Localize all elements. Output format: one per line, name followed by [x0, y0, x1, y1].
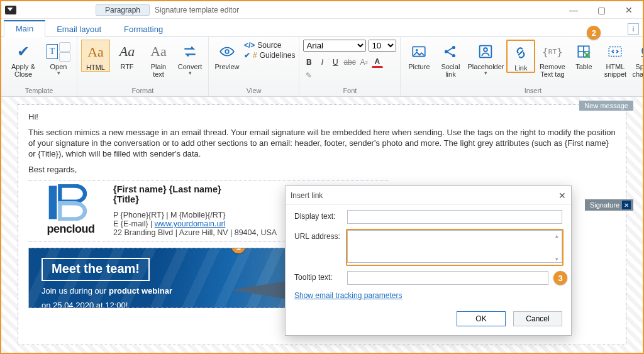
brand-name: pencloud [28, 223, 113, 236]
display-text-label: Display text: [294, 210, 347, 221]
share-icon [436, 41, 465, 62]
banner-headline: Meet the team! [42, 258, 150, 281]
message-body: Hi! This section mimics a new message in… [28, 111, 616, 175]
group-view: Preview </>Source ✔#Guidelines View [209, 37, 299, 96]
cancel-button[interactable]: Cancel [513, 311, 562, 326]
window-controls: — ▢ ✕ [560, 1, 643, 19]
minimize-button[interactable]: — [560, 1, 587, 19]
convert-icon [175, 41, 204, 62]
logo-icon [47, 184, 96, 221]
placeholder-button[interactable]: Placeholder ▾ [467, 40, 504, 76]
strike-button[interactable]: abc [343, 57, 356, 68]
editor-canvas: New message Signature✕ Hi! This section … [1, 97, 643, 353]
dialog-title: Insert link [291, 191, 323, 200]
sig-domain-link[interactable]: www.yourdomain.url [155, 219, 226, 228]
preview-button[interactable]: Preview [213, 40, 242, 70]
tooltip-text-label: Tooltip text: [294, 271, 347, 282]
group-format: Aa HTML Aa RTF Aa Plain text Convert ▾ [77, 37, 209, 96]
display-text-input[interactable] [347, 210, 562, 224]
ribbon: ✔ Apply & Close T Open ▾ Template Aa [1, 36, 643, 97]
chevron-down-icon: ▾ [44, 70, 73, 76]
chevron-down-icon: ▾ [175, 70, 204, 76]
aa-icon: Aa [150, 43, 167, 60]
paragraph-context-badge: Paragraph [96, 4, 150, 16]
callout-3: 3 [553, 271, 567, 285]
html-snippet-button[interactable]: HTML snippet [601, 40, 630, 78]
close-icon[interactable]: ✕ [622, 201, 631, 209]
tag-new-message[interactable]: New message [579, 101, 633, 111]
close-button[interactable]: ✕ [615, 1, 643, 19]
placeholder-icon [467, 41, 504, 62]
ribbon-tabs: Main Email layout Formatting i [1, 19, 643, 36]
svg-point-2 [416, 49, 418, 51]
picture-icon [404, 41, 433, 62]
subscript-button[interactable]: A2 [358, 57, 370, 68]
svg-point-7 [484, 48, 488, 52]
social-link-button[interactable]: Social link [436, 40, 465, 78]
format-plain-button[interactable]: Aa Plain text [144, 40, 173, 78]
tooltip-text-input[interactable] [347, 271, 548, 285]
guidelines-toggle[interactable]: ✔#Guidelines [244, 51, 295, 60]
info-button[interactable]: i [628, 23, 639, 35]
remove-tag-icon: {RT} [538, 41, 567, 62]
aa-icon: Aa [87, 44, 104, 60]
url-address-input[interactable] [347, 230, 562, 263]
tab-formatting[interactable]: Formatting [113, 22, 174, 37]
url-address-label: URL address: [294, 230, 347, 241]
check-icon: ✔ [5, 41, 42, 62]
body-text: This section mimics a new message in an … [28, 127, 616, 159]
code-icon [601, 41, 630, 62]
tracking-params-link[interactable]: Show email tracking parameters [294, 291, 402, 300]
greeting: Hi! [28, 111, 616, 122]
bold-button[interactable]: B [303, 57, 314, 68]
font-color-button[interactable]: A [372, 57, 383, 68]
font-size-select[interactable]: 10 [369, 40, 396, 52]
svg-rect-10 [48, 186, 57, 219]
font-family-select[interactable]: Arial [303, 40, 366, 52]
italic-button[interactable]: I [316, 57, 328, 68]
link-icon [508, 43, 534, 63]
callout-2: 2 [587, 26, 601, 40]
tab-main[interactable]: Main [4, 20, 45, 37]
apply-close-button[interactable]: ✔ Apply & Close [5, 40, 42, 78]
omega-icon: Ω [632, 41, 644, 62]
underline-button[interactable]: U [330, 57, 341, 68]
group-insert: Picture Social link Placeholder ▾ Link {… [401, 37, 644, 96]
remove-text-tag-button[interactable]: {RT} Remove Text tag [538, 40, 567, 78]
svg-point-0 [225, 50, 229, 53]
group-font: Arial 10 B I U abc A2 A ✎ Font [299, 37, 401, 96]
highlight-button[interactable]: ✎ [303, 70, 314, 81]
regards: Best regards, [28, 164, 616, 175]
app-icon [5, 6, 16, 14]
scrollbar[interactable]: ▴▾ [553, 233, 560, 262]
tag-signature[interactable]: Signature✕ [585, 199, 633, 211]
tab-email-layout[interactable]: Email layout [45, 22, 113, 37]
table-icon [569, 41, 598, 62]
app-window: Paragraph Signature template editor — ▢ … [0, 0, 644, 354]
convert-button[interactable]: Convert ▾ [175, 40, 204, 76]
ok-button[interactable]: OK [457, 311, 506, 326]
font-toolbar: B I U abc A2 A ✎ [303, 57, 395, 81]
source-toggle[interactable]: </>Source [244, 41, 295, 50]
insert-link-dialog: Insert link ✕ Display text: URL address:… [285, 185, 572, 336]
open-icon: T [44, 41, 73, 62]
chevron-down-icon: ▾ [467, 70, 504, 76]
format-rtf-button[interactable]: Aa RTF [113, 40, 142, 70]
svg-rect-9 [609, 47, 622, 56]
open-button[interactable]: T Open ▾ [44, 40, 73, 76]
window-title: Signature template editor [155, 6, 239, 14]
aa-icon: Aa [119, 43, 135, 60]
special-char-button[interactable]: Ω Special character [632, 40, 644, 78]
dialog-close-button[interactable]: ✕ [558, 191, 566, 201]
logo: pencloud [28, 184, 113, 237]
picture-button[interactable]: Picture [404, 40, 433, 70]
link-button[interactable]: Link [506, 40, 535, 73]
group-template: ✔ Apply & Close T Open ▾ Template [1, 37, 77, 96]
maximize-button[interactable]: ▢ [587, 1, 615, 19]
table-button[interactable]: Table [569, 40, 598, 70]
format-html-button[interactable]: Aa HTML [81, 40, 110, 72]
eye-icon [213, 41, 242, 62]
titlebar: Paragraph Signature template editor — ▢ … [1, 1, 643, 19]
